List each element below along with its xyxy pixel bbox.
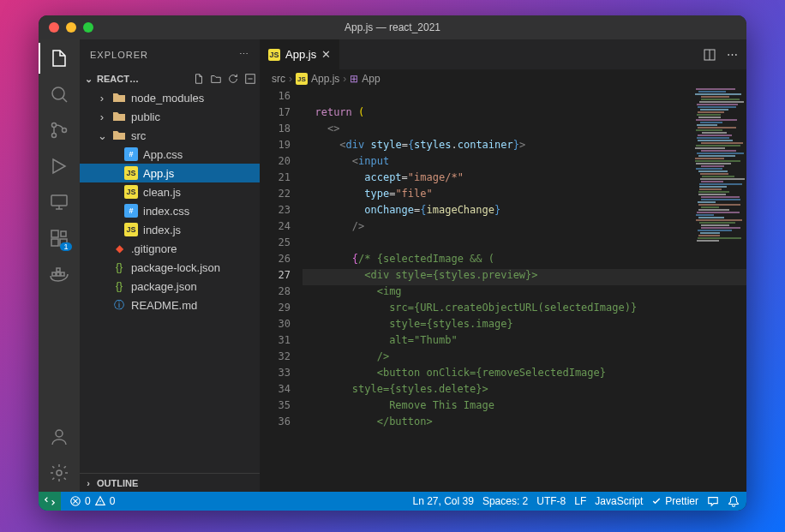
outline-section[interactable]: › OUTLINE	[80, 473, 260, 492]
chevron-right-icon: ›	[83, 478, 93, 488]
explorer-icon[interactable]	[49, 48, 69, 69]
search-icon[interactable]	[49, 84, 69, 105]
code-content[interactable]: return ( <> <div style={styles.container…	[303, 88, 746, 492]
new-folder-icon[interactable]	[210, 73, 222, 85]
zoom-window-button[interactable]	[83, 22, 93, 33]
new-file-icon[interactable]	[193, 73, 205, 85]
minimize-window-button[interactable]	[66, 22, 76, 33]
extensions-icon[interactable]: 1	[49, 228, 69, 248]
tree-item-src[interactable]: ⌄src	[80, 126, 260, 145]
error-count: 0	[85, 495, 91, 507]
tree-item-index-js[interactable]: JSindex.js	[80, 220, 260, 239]
tree-item-package-json[interactable]: {}package.json	[80, 277, 260, 296]
tree-item-readme-md[interactable]: ⓘREADME.md	[80, 296, 260, 314]
source-control-icon[interactable]	[49, 120, 69, 140]
tree-item--gitignore[interactable]: ◆.gitignore	[80, 239, 260, 258]
tree-item-label: README.md	[131, 299, 197, 312]
titlebar: App.js — react_2021	[39, 15, 746, 39]
svg-rect-13	[57, 272, 60, 276]
js-file-icon: JS	[296, 73, 308, 85]
svg-point-16	[56, 430, 63, 437]
close-window-button[interactable]	[49, 22, 59, 33]
svg-point-17	[57, 470, 62, 475]
window-title: App.js — react_2021	[39, 21, 746, 33]
accounts-icon[interactable]	[49, 427, 69, 447]
breadcrumb-segment[interactable]: src	[272, 73, 285, 85]
collapse-icon[interactable]	[244, 73, 256, 85]
tree-item-package-lock-json[interactable]: {}package-lock.json	[80, 258, 260, 277]
git-file-icon: ◆	[112, 242, 126, 255]
svg-rect-15	[57, 268, 60, 272]
tree-item-index-css[interactable]: #index.css	[80, 201, 260, 220]
svg-point-4	[63, 129, 67, 133]
css-file-icon: #	[124, 147, 138, 161]
chevron-icon: ›	[97, 111, 107, 123]
svg-rect-5	[51, 195, 67, 206]
svg-rect-9	[51, 239, 58, 246]
breadcrumb[interactable]: src›JSApp.js›⊞App	[260, 69, 746, 88]
folder-icon	[112, 110, 126, 123]
chevron-down-icon: ⌄	[83, 74, 93, 85]
warning-count: 0	[110, 495, 116, 507]
encoding-status[interactable]: UTF-8	[536, 495, 566, 507]
refresh-icon[interactable]	[227, 73, 239, 85]
status-bar: 0 0 Ln 27, Col 39 Spaces: 2 UTF-8 LF Jav…	[39, 492, 746, 511]
feedback-icon[interactable]	[707, 495, 719, 507]
remote-indicator[interactable]	[39, 492, 61, 511]
line-gutter: 1617181920212223242526272829303132333435…	[260, 88, 303, 492]
tree-item-app-css[interactable]: #App.css	[80, 145, 260, 164]
tab-label: App.js	[285, 48, 316, 61]
tree-item-label: index.js	[143, 224, 181, 236]
tree-item-label: src	[131, 129, 146, 142]
formatter-status[interactable]: Prettier	[651, 495, 698, 507]
chevron-icon: ⌄	[97, 129, 107, 142]
editor-more-icon[interactable]: ⋯	[727, 48, 738, 61]
svg-rect-12	[52, 272, 56, 276]
notifications-icon[interactable]	[728, 495, 740, 507]
tree-item-label: .gitignore	[131, 242, 177, 255]
tree-item-label: clean.js	[143, 186, 181, 199]
extensions-badge: 1	[60, 242, 72, 251]
markdown-file-icon: ⓘ	[112, 298, 126, 312]
docker-icon[interactable]	[49, 264, 69, 284]
problems-status[interactable]: 0 0	[69, 495, 115, 507]
project-name: REACT…	[97, 74, 189, 84]
tree-item-label: App.js	[143, 167, 174, 180]
js-file-icon: JS	[124, 185, 138, 199]
language-status[interactable]: JavaScript	[595, 495, 643, 507]
sidebar-header: EXPLORER ⋯	[80, 39, 260, 69]
tree-item-clean-js[interactable]: JSclean.js	[80, 182, 260, 201]
run-debug-icon[interactable]	[49, 156, 69, 176]
settings-icon[interactable]	[49, 463, 69, 483]
tree-item-label: public	[131, 111, 160, 123]
indentation-status[interactable]: Spaces: 2	[482, 495, 528, 507]
folder-icon	[112, 91, 126, 105]
minimap[interactable]	[695, 88, 746, 492]
svg-rect-11	[61, 231, 66, 236]
split-editor-icon[interactable]	[703, 48, 716, 62]
tab-app-js[interactable]: JS App.js ✕	[260, 39, 340, 69]
json-file-icon: {}	[112, 260, 126, 274]
css-file-icon: #	[124, 204, 138, 218]
vscode-window: App.js — react_2021 1	[39, 15, 746, 511]
tree-item-public[interactable]: ›public	[80, 107, 260, 126]
js-file-icon: JS	[124, 166, 138, 180]
breadcrumb-segment[interactable]: App	[362, 73, 380, 85]
tree-item-node-modules[interactable]: ›node_modules	[80, 88, 260, 107]
sidebar-more-icon[interactable]: ⋯	[239, 49, 249, 60]
code-editor[interactable]: 1617181920212223242526272829303132333435…	[260, 88, 746, 492]
remote-explorer-icon[interactable]	[49, 192, 69, 212]
breadcrumb-segment[interactable]: App.js	[311, 73, 339, 85]
sidebar-title: EXPLORER	[90, 50, 148, 60]
json-file-icon: {}	[112, 279, 126, 293]
project-header[interactable]: ⌄ REACT…	[80, 69, 260, 88]
sidebar: EXPLORER ⋯ ⌄ REACT… ›node_modules›public…	[80, 39, 260, 492]
eol-status[interactable]: LF	[574, 495, 586, 507]
tree-item-app-js[interactable]: JSApp.js	[80, 164, 260, 182]
tree-item-label: index.css	[143, 205, 189, 218]
svg-rect-8	[51, 230, 58, 237]
outline-label: OUTLINE	[97, 478, 138, 488]
file-tree: ›node_modules›public⌄src#App.cssJSApp.js…	[80, 88, 260, 473]
close-tab-icon[interactable]: ✕	[321, 48, 331, 61]
cursor-position[interactable]: Ln 27, Col 39	[413, 495, 474, 507]
